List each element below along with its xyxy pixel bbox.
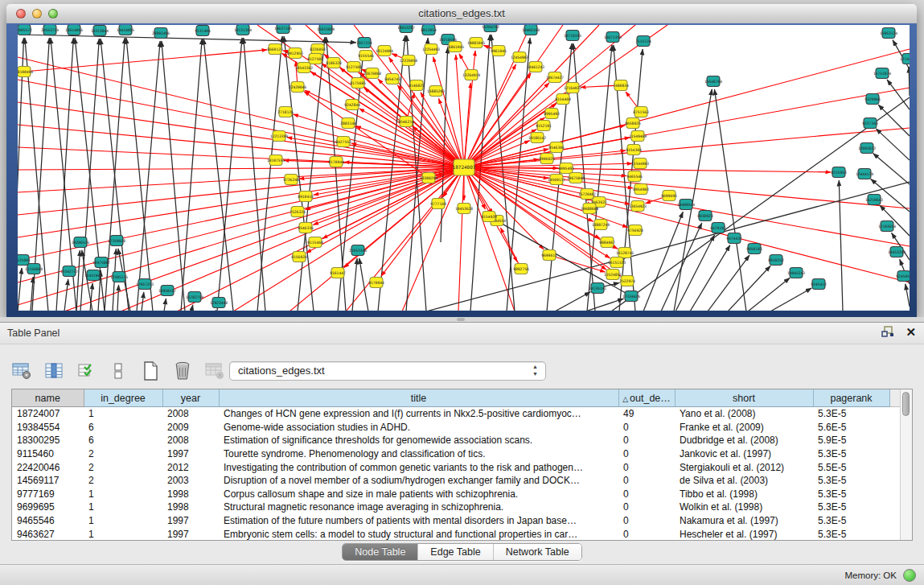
network-node[interactable]: 14136141 xyxy=(589,283,606,294)
network-node[interactable]: 2803144 xyxy=(340,118,356,129)
table-cell[interactable]: 9777169 xyxy=(12,488,84,501)
table-cell[interactable]: 9463627 xyxy=(12,527,84,541)
network-node[interactable]: 8427552 xyxy=(335,137,351,147)
table-cell[interactable]: de Silva et al. (2003) xyxy=(675,474,813,488)
network-node[interactable]: 12103654 xyxy=(878,221,896,232)
network-node[interactable]: 10453243 xyxy=(888,247,906,257)
network-node[interactable]: 9152101 xyxy=(536,121,552,131)
network-node[interactable]: 8454743 xyxy=(384,74,400,84)
network-node[interactable]: 12454903 xyxy=(511,52,528,63)
table-cell[interactable]: 2008 xyxy=(162,434,219,447)
table-cell[interactable]: Franke et al. (2009) xyxy=(675,421,813,435)
network-node[interactable]: 13264919 xyxy=(462,70,480,80)
network-node[interactable]: 12923448 xyxy=(210,298,228,308)
table-cell[interactable]: 0 xyxy=(618,501,675,514)
close-panel-icon[interactable]: ✕ xyxy=(906,326,916,338)
combo-stepper-icon[interactable]: ▲▼ xyxy=(532,363,538,377)
network-node[interactable]: 12505135 xyxy=(110,272,128,282)
table-cell[interactable]: Estimation of significance thresholds fo… xyxy=(219,434,618,447)
network-node[interactable]: 10975887 xyxy=(92,257,110,268)
table-cell[interactable]: 0 xyxy=(618,514,675,528)
network-node[interactable]: 9474437 xyxy=(726,233,742,244)
table-cell[interactable]: Embryonic stem cells: a model to study s… xyxy=(219,527,618,541)
network-node[interactable]: 9546336 xyxy=(298,223,314,233)
network-node[interactable]: 18313044 xyxy=(91,26,109,36)
network-node[interactable]: 9699612 xyxy=(541,250,557,261)
network-node[interactable]: 8156024 xyxy=(291,252,307,262)
network-node[interactable]: 16210643 xyxy=(865,195,883,205)
table-row[interactable]: 1872400712008Changes of HCN gene express… xyxy=(12,407,900,421)
rows-icon[interactable] xyxy=(106,359,130,383)
table-cell[interactable]: 0 xyxy=(618,488,675,501)
network-node[interactable]: 12226058 xyxy=(400,56,417,66)
network-node[interactable]: 9131404 xyxy=(195,26,211,36)
network-node[interactable]: 9892756 xyxy=(513,264,529,274)
table-cell[interactable]: 0 xyxy=(618,527,675,541)
network-node[interactable]: 10461243 xyxy=(527,62,544,72)
network-node[interactable]: 7480834 xyxy=(613,80,629,91)
table-cell[interactable]: 14569117 xyxy=(12,474,84,488)
network-node[interactable]: 12164023 xyxy=(564,83,581,93)
network-node[interactable]: 17359928 xyxy=(108,236,125,246)
table-row[interactable]: 911546021997Tourette syndrome. Phenomeno… xyxy=(12,447,900,461)
network-node[interactable]: 11544903 xyxy=(631,159,649,169)
float-panel-icon[interactable] xyxy=(881,326,894,338)
table-selector-dropdown[interactable]: citations_edges.txt ▲▼ xyxy=(229,361,546,381)
table-vertical-scrollbar[interactable] xyxy=(900,389,912,540)
network-node[interactable]: 9777169 xyxy=(430,199,446,209)
network-node[interactable]: 15720407 xyxy=(578,189,596,200)
network-node[interactable]: 15885203 xyxy=(427,86,445,97)
table-row[interactable]: 946554611997Estimation of the future num… xyxy=(12,514,900,528)
network-node[interactable]: 20553724 xyxy=(41,25,59,35)
new-document-icon[interactable] xyxy=(138,359,162,383)
network-node[interactable]: 10945243 xyxy=(787,268,805,278)
network-node[interactable]: 17957253 xyxy=(136,279,154,290)
network-node[interactable]: 11451947 xyxy=(84,270,102,281)
network-node[interactable]: 16151323 xyxy=(608,257,626,268)
column-header-pagerank[interactable]: pagerank xyxy=(813,389,889,407)
network-node[interactable]: 8215953 xyxy=(831,167,847,178)
network-node[interactable]: 15953124 xyxy=(880,28,897,39)
network-node[interactable]: 9155546 xyxy=(358,51,374,61)
network-node[interactable]: 9736246 xyxy=(283,175,299,185)
network-node[interactable]: 18724007 xyxy=(453,159,476,175)
table-cell[interactable]: 5.3E-5 xyxy=(813,447,889,461)
network-node[interactable]: 9095493 xyxy=(558,163,574,174)
network-node[interactable]: 16861045 xyxy=(446,42,464,52)
network-node[interactable]: 10958107 xyxy=(158,286,176,296)
network-node[interactable]: 16033809 xyxy=(317,25,335,35)
network-node[interactable]: 18100494 xyxy=(18,67,33,77)
network-node[interactable]: 8938923 xyxy=(697,211,713,221)
network-node[interactable]: 10688609 xyxy=(581,204,598,214)
table-cell[interactable]: 0 xyxy=(618,421,675,435)
network-node[interactable]: 18807249 xyxy=(592,220,610,230)
table-cell[interactable]: Disruption of a novel member of a sodium… xyxy=(219,474,618,488)
table-cell[interactable]: Tibbo et al. (1998) xyxy=(675,488,813,501)
network-node[interactable]: 10653287 xyxy=(397,25,415,33)
network-node[interactable]: 8918252 xyxy=(768,255,784,266)
table-cell[interactable]: 1 xyxy=(84,488,162,501)
network-node[interactable]: 9961045 xyxy=(491,46,507,56)
tab-network-table[interactable]: Network Table xyxy=(494,544,581,560)
table-cell[interactable]: Yano et al. (2008) xyxy=(675,407,813,421)
network-node[interactable]: 23676068 xyxy=(363,68,381,79)
network-node[interactable]: 8660123 xyxy=(267,44,283,55)
network-node[interactable]: 9175685 xyxy=(350,78,366,89)
network-node[interactable]: 18124904 xyxy=(376,46,393,56)
network-node[interactable]: 18300295 xyxy=(420,173,437,183)
table-cell[interactable]: 18724007 xyxy=(12,407,84,421)
table-cell[interactable]: 22420046 xyxy=(12,460,84,474)
table-cell[interactable]: 9699695 xyxy=(12,501,84,514)
table-cell[interactable]: 1997 xyxy=(162,447,219,461)
table-cell[interactable]: 2003 xyxy=(162,474,219,488)
network-window-titlebar[interactable]: citations_edges.txt xyxy=(6,4,917,24)
table-cell[interactable]: 5.3E-5 xyxy=(813,514,889,528)
table-cell[interactable]: 1 xyxy=(84,407,162,421)
tab-edge-table[interactable]: Edge Table xyxy=(418,544,493,560)
network-node[interactable]: 12093832 xyxy=(858,143,876,154)
network-node[interactable]: 7526324 xyxy=(290,207,306,217)
network-node[interactable]: 11549469 xyxy=(629,131,647,142)
network-node[interactable]: 10675049 xyxy=(567,173,585,183)
table-cell[interactable]: 1998 xyxy=(162,488,219,501)
network-node[interactable]: 15264702 xyxy=(482,25,499,32)
